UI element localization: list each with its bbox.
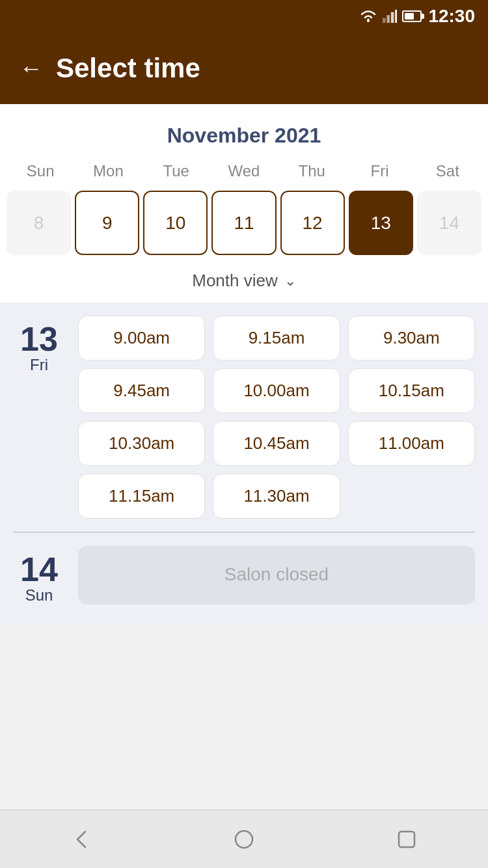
status-icons	[359, 9, 422, 23]
time-slot-9-45am[interactable]: 9.45am	[78, 368, 205, 413]
time-slot-11-30am[interactable]: 11.30am	[213, 474, 340, 519]
page-title: Select time	[56, 53, 200, 84]
day-header-mon: Mon	[74, 158, 142, 184]
time-slot-9-30am[interactable]: 9.30am	[348, 316, 475, 360]
nav-home-button[interactable]	[224, 820, 264, 859]
day-headers: Sun Mon Tue Wed Thu Fri Sat	[0, 158, 488, 184]
status-time: 12:30	[428, 6, 475, 27]
svg-rect-3	[391, 12, 394, 23]
app-header: ← Select time	[0, 33, 488, 104]
salon-closed-label: Salon closed	[78, 546, 475, 604]
svg-rect-1	[383, 18, 386, 23]
recent-nav-icon	[395, 828, 418, 851]
cal-day-11[interactable]: 11	[211, 191, 276, 255]
calendar-row: 891011121314	[0, 184, 488, 262]
day-header-thu: Thu	[278, 158, 346, 184]
cal-day-10[interactable]: 10	[143, 191, 208, 255]
month-title: November 2021	[0, 117, 488, 158]
svg-point-5	[236, 831, 252, 848]
nav-recent-button[interactable]	[387, 820, 426, 859]
back-button[interactable]: ←	[20, 57, 43, 80]
closed-day-number: 14	[20, 552, 58, 586]
cal-day-8: 8	[7, 191, 71, 255]
day-header-tue: Tue	[142, 158, 210, 184]
bottom-navigation	[0, 809, 488, 868]
wifi-icon	[359, 9, 377, 23]
time-slot-11-00am[interactable]: 11.00am	[348, 421, 475, 466]
time-slot-9-15am[interactable]: 9.15am	[213, 316, 340, 360]
section-divider	[13, 532, 475, 533]
nav-back-button[interactable]	[62, 820, 101, 859]
time-slot-10-45am[interactable]: 10.45am	[213, 421, 340, 466]
svg-rect-6	[399, 832, 414, 847]
day-header-wed: Wed	[210, 158, 278, 184]
back-nav-icon	[70, 828, 93, 851]
month-view-toggle[interactable]: Month view ⌄	[0, 262, 488, 303]
calendar-section: November 2021 Sun Mon Tue Wed Thu Fri Sa…	[0, 104, 488, 303]
cal-day-9[interactable]: 9	[75, 191, 139, 255]
day-name-Fri: Fri	[30, 356, 48, 374]
cal-day-13[interactable]: 13	[349, 191, 413, 255]
month-view-label: Month view	[192, 271, 278, 291]
status-bar: 12:30	[0, 0, 488, 33]
signal-icon	[383, 9, 397, 23]
time-slot-10-15am[interactable]: 10.15am	[348, 368, 475, 413]
day-header-fri: Fri	[346, 158, 413, 184]
time-slot-11-15am[interactable]: 11.15am	[78, 474, 205, 519]
day-label-13: 13Fri	[13, 316, 65, 519]
day-header-sat: Sat	[414, 158, 481, 184]
battery-icon	[402, 10, 422, 22]
closed-day-label: 14Sun	[13, 546, 65, 604]
day-number-13: 13	[20, 322, 58, 356]
time-slot-9-00am[interactable]: 9.00am	[78, 316, 205, 360]
time-section: 13Fri9.00am9.15am9.30am9.45am10.00am10.1…	[0, 303, 488, 624]
svg-rect-4	[396, 10, 398, 23]
closed-block-14: 14SunSalon closed	[13, 546, 475, 604]
time-slot-10-30am[interactable]: 10.30am	[78, 421, 205, 466]
day-header-sun: Sun	[7, 158, 74, 184]
chevron-down-icon: ⌄	[284, 273, 296, 290]
svg-rect-2	[387, 15, 390, 23]
time-slots-grid-13: 9.00am9.15am9.30am9.45am10.00am10.15am10…	[78, 316, 475, 519]
closed-day-name: Sun	[25, 586, 53, 604]
time-slot-10-00am[interactable]: 10.00am	[213, 368, 340, 413]
cal-day-12[interactable]: 12	[280, 191, 345, 255]
day-block-13: 13Fri9.00am9.15am9.30am9.45am10.00am10.1…	[13, 316, 475, 519]
home-nav-icon	[232, 828, 256, 851]
cal-day-14: 14	[417, 191, 481, 255]
svg-point-0	[367, 20, 370, 22]
